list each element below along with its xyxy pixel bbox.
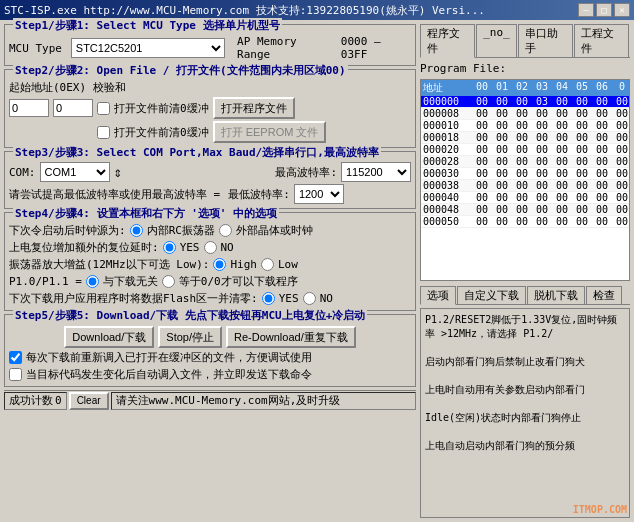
hex-cell: 00 [493,144,511,155]
min-baud-select[interactable]: 1200 [294,184,344,204]
hex-addr: 000040 [423,192,473,203]
tab-check[interactable]: 检查 [586,286,622,304]
hex-cell: 00 [553,132,571,143]
hex-cell: 00 [593,168,611,179]
p1-off-label: 与下载无关 [103,274,158,289]
hex-cell: 00 [613,168,630,179]
options-tab-bar: 选项 自定义下载 脱机下载 检查 [420,286,630,305]
hex-addr: 000018 [423,132,473,143]
table-row: 0000180000000000000000 [421,132,629,144]
tab-program-file[interactable]: 程序文件 [420,24,475,58]
hex-addr: 000028 [423,156,473,167]
step1-group: Step1/步骤1: Select MCU Type 选择单片机型号 MCU T… [4,24,416,66]
hex-cell: 00 [553,216,571,227]
max-baud-select[interactable]: 115200 [341,162,411,182]
flash-label: 下次下载用户应用程序时将数据Flash区一并清零: [9,291,258,306]
hex-cell: 00 [573,204,591,215]
hex-cell: 00 [473,204,491,215]
open-prog-button[interactable]: 打开程序文件 [213,97,295,119]
p1-zero-radio[interactable] [162,275,175,288]
hex-cell: 00 [573,108,591,119]
tab-serial-helper[interactable]: 串口助手 [518,24,573,57]
hex-cell: 00 [613,144,630,155]
tab-options[interactable]: 选项 [420,286,456,305]
cb1-label: 打开文件前清0缓冲 [114,101,209,116]
max-baud-label: 最高波特率: [275,165,337,180]
clear-before-open-cb2[interactable] [97,126,110,139]
hex-cell: 00 [533,120,551,131]
tab-project-file[interactable]: 工程文件 [574,24,629,57]
hex-addr: 000000 [423,96,473,107]
download-button[interactable]: Download/下载 [64,326,154,348]
tab-custom-download[interactable]: 自定义下载 [457,286,526,304]
open-eeprom-button[interactable]: 打开 EEPROM 文件 [213,121,327,143]
tab-offline-download[interactable]: 脱机下载 [527,286,585,304]
mcu-type-select[interactable]: STC12C5201 [71,38,225,58]
hex-cell: 00 [593,192,611,203]
hex-cell: 00 [473,156,491,167]
hex-cell: 00 [513,156,531,167]
redownload-button[interactable]: Re-Download/重复下载 [226,326,356,348]
maximize-button[interactable]: □ [596,3,612,17]
flash-yes-radio[interactable] [262,292,275,305]
hex-cell: 00 [473,168,491,179]
hex-cell: 00 [533,216,551,227]
p1-off-radio[interactable] [86,275,99,288]
hex-addr: 000010 [423,120,473,131]
amp-high-label: High [230,258,257,271]
hex-cell: 00 [533,156,551,167]
tab-no[interactable]: _no_ [476,24,517,57]
hex-cell: 00 [613,120,630,131]
power-no-radio[interactable] [204,241,217,254]
power-label: 上电复位增加额外的复位延时: [9,240,159,255]
osc-inner-radio[interactable] [130,224,143,237]
amp-low-radio[interactable] [261,258,274,271]
title-text: STC-ISP.exe http://www.MCU-Memory.com 技术… [4,3,485,18]
hex-cell: 00 [593,120,611,131]
hex-cell: 00 [613,156,630,167]
hex-cell: 00 [593,108,611,119]
hex-cell: 00 [593,132,611,143]
hex-cell: 00 [533,144,551,155]
clear-before-open-cb1[interactable] [97,102,110,115]
reload-cb[interactable] [9,351,22,364]
hex-cell: 00 [553,108,571,119]
minimize-button[interactable]: — [578,3,594,17]
hex-cell: 00 [573,132,591,143]
auto-reload-cb[interactable] [9,368,22,381]
p1-label: P1.0/P1.1 = [9,275,82,288]
hex-cell: 00 [553,96,571,107]
step3-group: Step3/步骤3: Select COM Port,Max Baud/选择串行… [4,151,416,209]
auto-reload-label: 当目标代码发生变化后自动调入文件，并立即发送下载命令 [26,367,312,382]
hex-cell: 00 [513,192,531,203]
hex-cell: 00 [493,216,511,227]
step3-title: Step3/步骤3: Select COM Port,Max Baud/选择串行… [13,145,381,160]
checksum-input[interactable] [53,99,93,117]
com-select[interactable]: COM1 [40,162,110,182]
addr-input[interactable] [9,99,49,117]
power-yes-radio[interactable] [163,241,176,254]
flash-no-radio[interactable] [303,292,316,305]
right-tab-bar: 程序文件 _no_ 串口助手 工程文件 [420,24,630,58]
hex-cell: 00 [533,132,551,143]
osc-outer-radio[interactable] [219,224,232,237]
hex-cell: 00 [573,120,591,131]
hex-addr: 000048 [423,204,473,215]
hex-cell: 00 [473,192,491,203]
hex-cell: 00 [533,108,551,119]
clear-button[interactable]: Clear [69,392,109,410]
power-yes-label: YES [180,241,200,254]
com-arrow[interactable]: ⇕ [114,164,122,180]
close-button[interactable]: ✕ [614,3,630,17]
step5-title: Step5/步骤5: Download/下载 先点下载按钮再MCU上电复位+冷启… [13,308,367,323]
success-count: 成功计数 0 [4,392,67,410]
amp-high-radio[interactable] [213,258,226,271]
osc-inner-label: 内部RC振荡器 [147,223,215,238]
min-baud-label: 最低波特率: [228,187,290,202]
hex-cell: 00 [473,180,491,191]
hex-cell: 00 [493,180,511,191]
hex-cell: 00 [493,132,511,143]
hex-cell: 00 [513,168,531,179]
hex-cell: 00 [493,204,511,215]
stop-button[interactable]: Stop/停止 [158,326,222,348]
